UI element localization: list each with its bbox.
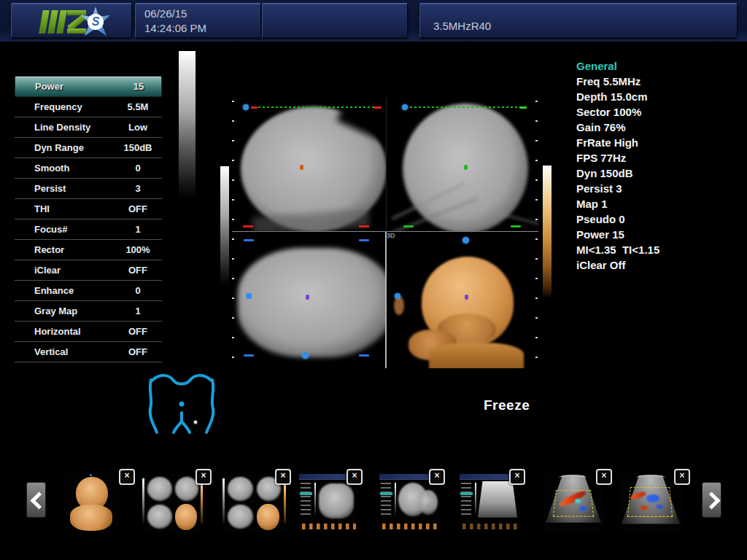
thumb-flow-blue [579, 506, 587, 511]
param-label: Line Density [34, 117, 90, 137]
close-thumbnail-button[interactable]: × [119, 469, 135, 485]
close-icon: × [601, 470, 606, 481]
roi-handle-dot[interactable] [462, 237, 469, 244]
param-label: Vertical [34, 342, 68, 362]
info-line-map: Map 1 [576, 196, 737, 211]
thumb-filmstrip [382, 524, 438, 529]
param-label: Frequency [34, 97, 82, 117]
center-marker-purple [465, 295, 468, 300]
param-row-iclear[interactable]: iClear OFF [15, 260, 162, 281]
info-line-mi-ti: MI<1.35 TI<1.15 [576, 242, 737, 257]
thumbnail-color-doppler[interactable] [619, 474, 683, 532]
roi-handle-dot[interactable] [302, 352, 309, 359]
thumb-menu-lines [461, 483, 471, 516]
brand-logo-icon: S [36, 5, 117, 36]
time-text: 14:24:06 PM [144, 21, 206, 36]
param-row-rector[interactable]: Rector 100% [15, 240, 162, 260]
thumb-us-blob [319, 483, 354, 518]
close-thumbnail-button[interactable]: × [429, 469, 445, 485]
thumbnail-quad-view[interactable] [142, 474, 204, 532]
param-label: Enhance [34, 281, 74, 300]
close-icon: × [679, 470, 684, 481]
thumb-fetus-blob [257, 504, 279, 530]
thumb-colorbar [314, 483, 316, 516]
param-value: 3 [111, 179, 165, 198]
probe-position-dot[interactable] [194, 421, 197, 424]
param-row-thi[interactable]: THI OFF [15, 199, 162, 219]
roi-red-cap [374, 106, 382, 109]
thumb-menu-highlight [460, 492, 473, 495]
logo-stroke [67, 28, 86, 34]
close-thumbnail-button[interactable]: × [674, 469, 690, 485]
thumbnail-3d-fetus[interactable] [66, 474, 118, 532]
param-row-vertical[interactable]: Vertical OFF [15, 342, 162, 362]
param-value: OFF [111, 260, 165, 280]
info-line-persist: Persist 3 [576, 181, 737, 196]
close-thumbnail-button[interactable]: × [347, 469, 363, 485]
probe-panel: 3.5MHzR40 [419, 3, 738, 38]
param-row-focus[interactable]: Focus# 1 [15, 219, 162, 240]
param-value: OFF [111, 342, 165, 362]
plane-marker-blue [359, 354, 369, 357]
thumb-sepia-colorbar [284, 478, 286, 524]
chevron-left-icon [30, 491, 47, 509]
param-row-line-density[interactable]: Line Density Low [15, 117, 162, 138]
thumb-skinline [559, 475, 587, 481]
info-line-sector: Sector 100% [576, 104, 737, 120]
roi-handle-dot[interactable] [402, 104, 408, 110]
logo-monogram: S [88, 14, 104, 30]
close-thumbnail-button[interactable]: × [509, 469, 525, 485]
thumb-us-blob [228, 505, 253, 529]
thumbnail-next-button[interactable] [702, 482, 721, 518]
thumb-menu-highlight [380, 492, 392, 495]
param-value: 1 [111, 219, 165, 239]
param-row-power[interactable]: Power 15 [15, 76, 162, 97]
thumb-menu-highlight [300, 492, 312, 495]
roi-line-green [258, 106, 374, 108]
center-marker-purple [306, 295, 309, 300]
close-icon: × [201, 470, 206, 481]
logo-stroke [67, 10, 86, 15]
param-row-enhance[interactable]: Enhance 0 [15, 281, 162, 301]
param-row-dyn-range[interactable]: Dyn Range 150dB [15, 138, 162, 158]
param-label: Persist [34, 179, 66, 198]
probe-label: 3.5MHzR40 [433, 20, 491, 32]
thumbnail-color-doppler[interactable] [543, 474, 604, 532]
param-row-gray-map[interactable]: Gray Map 1 [15, 301, 162, 322]
info-line-fps: FPS 77Hz [576, 150, 737, 166]
close-thumbnail-button[interactable]: × [596, 469, 612, 485]
close-icon: × [124, 470, 129, 481]
thumbnail-prev-button[interactable] [26, 482, 46, 518]
roi-green-cap [519, 106, 527, 109]
general-info-panel: General Freq 5.5MHz Depth 15.0cm Sector … [576, 58, 737, 273]
close-icon: × [280, 470, 285, 481]
roi-handle-dot[interactable] [395, 293, 400, 299]
roi-handle-dot[interactable] [243, 104, 249, 110]
param-label: Dyn Range [34, 138, 84, 158]
roi-handle-dot[interactable] [246, 293, 252, 299]
plane-marker-blue [244, 239, 254, 241]
param-row-smooth[interactable]: Smooth 0 [15, 158, 162, 179]
plane-marker-green [511, 225, 521, 228]
plane-marker-red [359, 225, 369, 228]
roi-line-green [410, 106, 522, 108]
param-label: Smooth [34, 158, 69, 178]
thumb-fetus-body [70, 505, 112, 531]
close-thumbnail-button[interactable]: × [275, 469, 291, 485]
param-row-persist[interactable]: Persist 3 [15, 179, 162, 199]
thumb-fetus-blob [175, 504, 197, 530]
param-value: OFF [111, 322, 165, 341]
thumb-colorbar [395, 483, 396, 516]
close-thumbnail-button[interactable]: × [196, 469, 212, 485]
param-row-horizontal[interactable]: Horizontal OFF [15, 322, 162, 342]
param-label: Gray Map [34, 301, 77, 321]
plane-marker-red [243, 225, 253, 228]
param-label: Power [35, 77, 63, 96]
param-value: 1 [111, 301, 165, 321]
plane-marker-blue [359, 239, 369, 241]
param-row-frequency[interactable]: Frequency 5.5M [15, 97, 162, 117]
thumb-menu-lines [301, 483, 311, 516]
render-mode-label: 3D [387, 232, 395, 239]
ultrasound-tissue-blob [238, 248, 385, 357]
center-marker-green [464, 165, 468, 170]
